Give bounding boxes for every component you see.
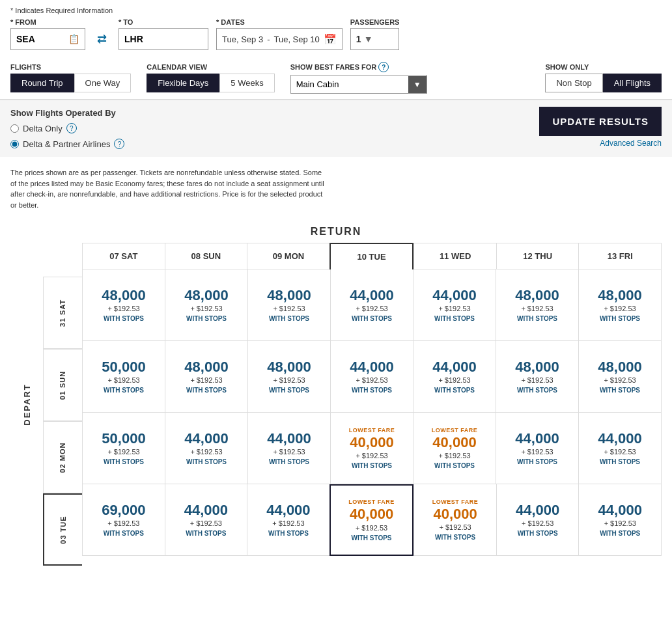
cell-2-5[interactable]: 44,000+ $192.53WITH STOPS	[496, 413, 578, 484]
cell-2-6[interactable]: 44,000+ $192.53WITH STOPS	[578, 413, 662, 484]
airport-icon: 📋	[68, 34, 79, 44]
to-input[interactable]	[124, 34, 203, 44]
cell-plus: + $192.53	[190, 305, 222, 312]
row-header-text-1: 01 SUN	[59, 370, 67, 400]
col-header-3: 10 TUE	[329, 243, 414, 269]
fare-help-icon[interactable]: ?	[378, 62, 389, 72]
cell-stops: WITH STOPS	[186, 315, 227, 322]
cell-miles: 40,000	[432, 435, 476, 450]
cell-0-5[interactable]: 48,000+ $192.53WITH STOPS	[496, 269, 578, 341]
cell-3-4[interactable]: LOWEST FARE40,000+ $192.53WITH STOPS	[413, 484, 496, 556]
cell-stops: WITH STOPS	[186, 387, 227, 394]
cell-miles: 40,000	[433, 506, 477, 522]
advanced-search-link[interactable]: Advanced Search	[600, 139, 662, 148]
calendar-icon: 📅	[324, 33, 337, 46]
cell-1-5[interactable]: 48,000+ $192.53WITH STOPS	[496, 341, 578, 413]
cell-miles: 48,000	[515, 359, 559, 375]
date-separator: -	[267, 34, 270, 44]
cell-stops: WITH STOPS	[269, 315, 309, 322]
cell-miles: 44,000	[350, 359, 393, 375]
five-weeks-button[interactable]: 5 Weeks	[219, 74, 274, 92]
from-group: * FROM 📋	[10, 18, 85, 50]
cell-stops: WITH STOPS	[435, 534, 475, 541]
cell-2-2[interactable]: 44,000+ $192.53WITH STOPS	[247, 413, 330, 484]
grid-row-0: 48,000+ $192.53WITH STOPS48,000+ $192.53…	[82, 269, 662, 341]
cell-2-0[interactable]: 50,000+ $192.53WITH STOPS	[82, 413, 165, 484]
round-trip-button[interactable]: Round Trip	[10, 74, 74, 92]
dates-label: * DATES	[216, 18, 343, 26]
cell-0-6[interactable]: 48,000+ $192.53WITH STOPS	[578, 269, 662, 341]
delta-only-help-icon[interactable]: ?	[66, 123, 77, 133]
cell-stops: WITH STOPS	[352, 387, 392, 394]
cell-stops: WITH STOPS	[352, 534, 392, 542]
disclaimer: The prices shown are as per passenger. T…	[0, 157, 339, 221]
cell-stops: WITH STOPS	[600, 530, 640, 537]
cell-stops: WITH STOPS	[600, 315, 640, 322]
cell-1-0[interactable]: 50,000+ $192.53WITH STOPS	[82, 341, 165, 413]
cell-1-4[interactable]: 44,000+ $192.53WITH STOPS	[413, 341, 496, 413]
row-headers-col: 31 SAT01 SUN02 MON03 TUE	[43, 243, 82, 566]
cell-2-4[interactable]: LOWEST FARE40,000+ $192.53WITH STOPS	[413, 413, 496, 484]
cell-0-0[interactable]: 48,000+ $192.53WITH STOPS	[82, 269, 165, 341]
delta-only-label: Delta Only	[23, 124, 63, 133]
cell-3-6[interactable]: 44,000+ $192.53WITH STOPS	[578, 484, 662, 556]
cell-3-5[interactable]: 44,000+ $192.53WITH STOPS	[496, 484, 579, 556]
cell-plus: + $192.53	[190, 519, 222, 527]
cell-1-2[interactable]: 48,000+ $192.53WITH STOPS	[247, 341, 330, 413]
cell-3-1[interactable]: 44,000+ $192.53WITH STOPS	[165, 484, 247, 556]
from-input[interactable]	[16, 34, 68, 44]
cell-stops: WITH STOPS	[269, 387, 309, 394]
one-way-button[interactable]: One Way	[74, 74, 132, 92]
lowest-fare-badge: LOWEST FARE	[348, 499, 395, 505]
col-headers: 07 SAT08 SUN09 MON10 TUE11 WED12 THU13 F…	[82, 243, 662, 269]
from-label: * FROM	[10, 18, 85, 26]
passengers-value: 1	[356, 34, 361, 44]
delta-partner-radio[interactable]	[10, 140, 19, 148]
cell-0-4[interactable]: 44,000+ $192.53WITH STOPS	[413, 269, 496, 341]
col-header-4: 11 WED	[413, 243, 496, 269]
swap-button[interactable]: ⇄	[93, 28, 111, 50]
cell-0-2[interactable]: 48,000+ $192.53WITH STOPS	[247, 269, 330, 341]
cell-3-0[interactable]: 69,000+ $192.53WITH STOPS	[82, 484, 165, 556]
fare-select[interactable]: Main Cabin	[291, 76, 408, 93]
cell-stops: WITH STOPS	[600, 387, 640, 394]
cell-0-1[interactable]: 48,000+ $192.53WITH STOPS	[165, 269, 247, 341]
from-input-wrapper: 📋	[10, 28, 85, 50]
non-stop-button[interactable]: Non Stop	[545, 74, 602, 92]
cell-0-3[interactable]: 44,000+ $192.53WITH STOPS	[330, 269, 413, 341]
cell-stops: WITH STOPS	[518, 530, 558, 537]
cell-1-3[interactable]: 44,000+ $192.53WITH STOPS	[330, 341, 413, 413]
fare-select-wrapper[interactable]: Main Cabin ▼	[290, 75, 427, 94]
cell-plus: + $192.53	[604, 376, 636, 384]
required-info: * Indicates Required Information	[10, 7, 662, 14]
col-header-0: 07 SAT	[82, 243, 165, 269]
dates-group: * DATES Tue, Sep 3 - Tue, Sep 10 📅	[216, 18, 343, 50]
cell-plus: + $192.53	[438, 305, 470, 312]
update-results-button[interactable]: UPDATE RESULTS	[539, 107, 662, 136]
all-flights-button[interactable]: All Flights	[603, 74, 662, 92]
cell-1-1[interactable]: 48,000+ $192.53WITH STOPS	[165, 341, 247, 413]
passengers-input-wrapper[interactable]: 1 ▼	[350, 28, 400, 50]
delta-only-radio[interactable]	[10, 124, 19, 133]
cell-plus: + $192.53	[521, 305, 553, 312]
cell-miles: 50,000	[102, 431, 145, 447]
cell-2-1[interactable]: 44,000+ $192.53WITH STOPS	[165, 413, 247, 484]
cell-3-3[interactable]: LOWEST FARE40,000+ $192.53WITH STOPS	[329, 484, 414, 556]
cell-plus: + $192.53	[107, 376, 139, 384]
cell-1-6[interactable]: 48,000+ $192.53WITH STOPS	[578, 341, 662, 413]
calendar-view-group: Flexible Days 5 Weeks	[147, 74, 274, 92]
cell-plus: + $192.53	[522, 519, 553, 527]
cell-stops: WITH STOPS	[434, 315, 475, 322]
delta-partner-option[interactable]: Delta & Partner Airlines ?	[10, 139, 518, 149]
cell-stops: WITH STOPS	[268, 530, 309, 537]
delta-only-option[interactable]: Delta Only ?	[10, 123, 518, 133]
cell-miles: 50,000	[102, 359, 145, 375]
cell-miles: 40,000	[350, 506, 393, 522]
cell-2-3[interactable]: LOWEST FARE40,000+ $192.53WITH STOPS	[330, 413, 413, 484]
cell-3-2[interactable]: 44,000+ $192.53WITH STOPS	[247, 484, 329, 556]
delta-partner-help-icon[interactable]: ?	[114, 139, 124, 149]
flights-label: FLIGHTS	[10, 63, 131, 71]
flexible-days-button[interactable]: Flexible Days	[147, 74, 219, 92]
dates-input-wrapper[interactable]: Tue, Sep 3 - Tue, Sep 10 📅	[216, 28, 343, 50]
cell-miles: 40,000	[350, 435, 393, 450]
